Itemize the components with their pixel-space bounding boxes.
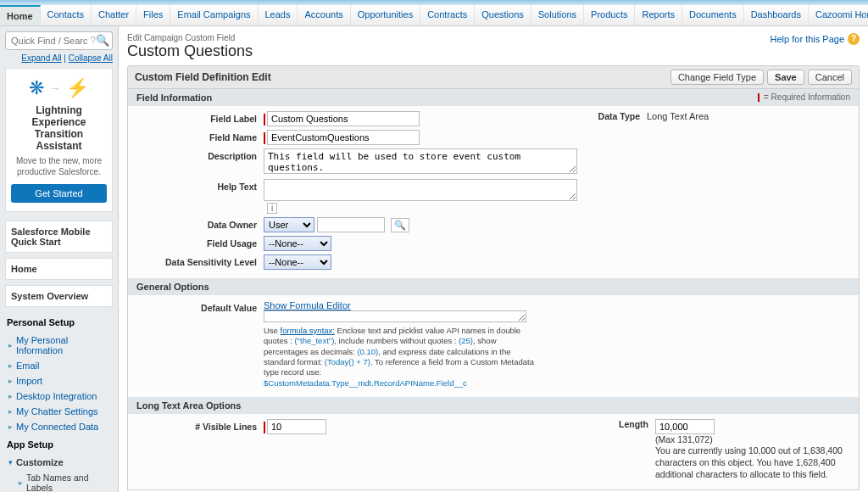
- quick-find-search: ? 🔍: [5, 31, 113, 50]
- definition-edit-header: Custom Field Definition Edit Change Fiel…: [127, 65, 860, 89]
- global-nav-tabs: Home Contacts Chatter Files Email Campai…: [0, 5, 868, 25]
- default-value-textarea[interactable]: [264, 310, 526, 322]
- show-formula-editor-link[interactable]: Show Formula Editor: [264, 300, 351, 310]
- sidebar-item-my-chatter-settings[interactable]: ▸My Chatter Settings: [5, 404, 113, 419]
- arrow-right-icon: →: [49, 81, 61, 95]
- sidebar-item-my-connected-data[interactable]: ▸My Connected Data: [5, 419, 113, 434]
- required-mark-icon: [264, 422, 265, 433]
- sidebar-home-link[interactable]: Home: [5, 258, 113, 280]
- label-data-type: Data Type: [579, 111, 647, 121]
- description-textarea[interactable]: This field will be used to store event c…: [264, 148, 577, 174]
- field-usage-select[interactable]: --None--: [264, 236, 331, 251]
- nav-tab-products[interactable]: Products: [584, 5, 635, 25]
- help-text-textarea[interactable]: [264, 179, 577, 201]
- nav-tab-chatter[interactable]: Chatter: [92, 5, 136, 25]
- global-nav: Home Contacts Chatter Files Email Campai…: [0, 5, 868, 26]
- nav-tab-opportunities[interactable]: Opportunities: [351, 5, 420, 25]
- sidebar-item-tab-names[interactable]: ▸Tab Names and Labels: [15, 470, 113, 492]
- general-options-form: Default Value Show Formula Editor Use fo…: [127, 295, 860, 397]
- value-data-type: Long Text Area: [647, 111, 709, 121]
- visible-lines-input[interactable]: [267, 419, 326, 434]
- required-legend: = Required Information: [758, 92, 850, 102]
- label-field-label: Field Label: [136, 111, 264, 124]
- label-default-value: Default Value: [136, 300, 264, 313]
- sidebar-item-import[interactable]: ▸Import: [5, 373, 113, 389]
- cloud-icon: ❋: [29, 77, 44, 99]
- lookup-icon[interactable]: 🔍: [391, 218, 409, 232]
- assistant-sub: Move to the new, more productive Salesfo…: [11, 155, 107, 177]
- nav-tab-contacts[interactable]: Contacts: [41, 5, 92, 25]
- get-started-button[interactable]: Get Started: [11, 184, 107, 203]
- data-owner-lookup-input[interactable]: [317, 217, 385, 232]
- usage-note: You are currently using 10,000 out of 1,…: [655, 444, 850, 481]
- label-help-text: Help Text: [136, 179, 264, 192]
- expand-icon: ▸: [8, 407, 13, 416]
- personal-setup-list: ▸My Personal Information ▸Email ▸Import …: [5, 333, 113, 434]
- label-data-owner: Data Owner: [136, 217, 264, 230]
- formula-help-text: Use formula syntax: Enclose text and pic…: [264, 326, 535, 389]
- expand-all-link[interactable]: Expand All: [21, 53, 61, 63]
- field-name-input[interactable]: [267, 130, 420, 145]
- sidebar: ? 🔍 Expand All | Collapse All ❋ → ⚡ Ligh…: [0, 26, 119, 492]
- help-link[interactable]: Help for this Page ?: [771, 33, 860, 45]
- help-question-icon[interactable]: ?: [90, 35, 96, 47]
- app-setup-head: App Setup: [5, 434, 113, 455]
- main-content: Help for this Page ? Edit Campaign Custo…: [119, 26, 868, 492]
- assistant-title: Lightning Experience Transition Assistan…: [11, 104, 107, 152]
- change-field-type-button[interactable]: Change Field Type: [670, 70, 764, 85]
- expand-collapse-links: Expand All | Collapse All: [5, 53, 113, 63]
- search-icon[interactable]: 🔍: [96, 34, 109, 47]
- nav-tab-leads[interactable]: Leads: [259, 5, 298, 25]
- expand-icon: ▸: [8, 422, 13, 431]
- customize-sublist: ▸Tab Names and Labels ▸Home ▸Activities …: [15, 470, 113, 492]
- nav-tab-files[interactable]: Files: [136, 5, 170, 25]
- nav-tab-cazoomi-home[interactable]: Cazoomi Home: [809, 5, 868, 25]
- required-mark-icon: [264, 132, 265, 144]
- label-visible-lines: # Visible Lines: [136, 419, 264, 432]
- field-information-header: Field Information = Required Information: [127, 89, 860, 106]
- collapse-all-link[interactable]: Collapse All: [69, 53, 113, 63]
- lta-options-form: # Visible Lines Length (Max 131,072) You…: [127, 414, 860, 490]
- nav-tab-documents[interactable]: Documents: [682, 5, 744, 25]
- formula-syntax-link[interactable]: formula syntax:: [281, 326, 335, 335]
- help-icon: ?: [848, 33, 860, 45]
- nav-tab-reports[interactable]: Reports: [635, 5, 682, 25]
- sidebar-item-email[interactable]: ▸Email: [5, 358, 113, 373]
- mobile-quick-start-link[interactable]: Salesforce Mobile Quick Start: [5, 221, 113, 253]
- personal-setup-head: Personal Setup: [5, 312, 113, 333]
- length-input[interactable]: [655, 419, 715, 434]
- lightning-assistant-card: ❋ → ⚡ Lightning Experience Transition As…: [5, 68, 113, 212]
- save-button[interactable]: Save: [767, 70, 804, 85]
- nav-tab-solutions[interactable]: Solutions: [531, 5, 584, 25]
- nav-tab-home[interactable]: Home: [0, 5, 41, 25]
- system-overview-link[interactable]: System Overview: [5, 285, 113, 307]
- breadcrumb: Edit Campaign Custom Field: [127, 33, 860, 42]
- field-label-input[interactable]: [267, 111, 420, 126]
- expand-icon: ▸: [8, 341, 13, 349]
- nav-tab-dashboards[interactable]: Dashboards: [744, 5, 809, 25]
- max-length-text: (Max 131,072): [655, 434, 850, 444]
- help-text-info-icon[interactable]: i: [267, 203, 277, 214]
- label-field-name: Field Name: [136, 130, 264, 143]
- required-mark-icon: [264, 114, 265, 126]
- sidebar-item-desktop-integration[interactable]: ▸Desktop Integration: [5, 389, 113, 404]
- data-owner-select[interactable]: User: [264, 217, 314, 232]
- expand-icon: ▸: [8, 392, 13, 400]
- sidebar-item-my-personal-info[interactable]: ▸My Personal Information: [5, 333, 113, 358]
- label-data-sensitivity: Data Sensitivity Level: [136, 254, 264, 267]
- nav-tab-contracts[interactable]: Contracts: [420, 5, 475, 25]
- cancel-button[interactable]: Cancel: [808, 70, 852, 85]
- lightning-bolt-icon: ⚡: [66, 77, 89, 99]
- field-info-form: Field Label Field Name Description This …: [127, 106, 860, 278]
- nav-tab-email-campaigns[interactable]: Email Campaigns: [170, 5, 258, 25]
- expand-icon: ▸: [8, 377, 13, 385]
- nav-tab-accounts[interactable]: Accounts: [298, 5, 350, 25]
- sidebar-item-customize[interactable]: ▾Customize: [5, 455, 113, 470]
- page-title: Custom Questions: [127, 42, 860, 60]
- nav-tab-questions[interactable]: Questions: [475, 5, 531, 25]
- expand-icon: ▸: [8, 361, 13, 370]
- data-sensitivity-select[interactable]: --None--: [264, 254, 331, 270]
- expand-icon: ▸: [19, 478, 23, 487]
- long-text-area-options-header: Long Text Area Options: [127, 397, 860, 414]
- label-description: Description: [136, 148, 264, 161]
